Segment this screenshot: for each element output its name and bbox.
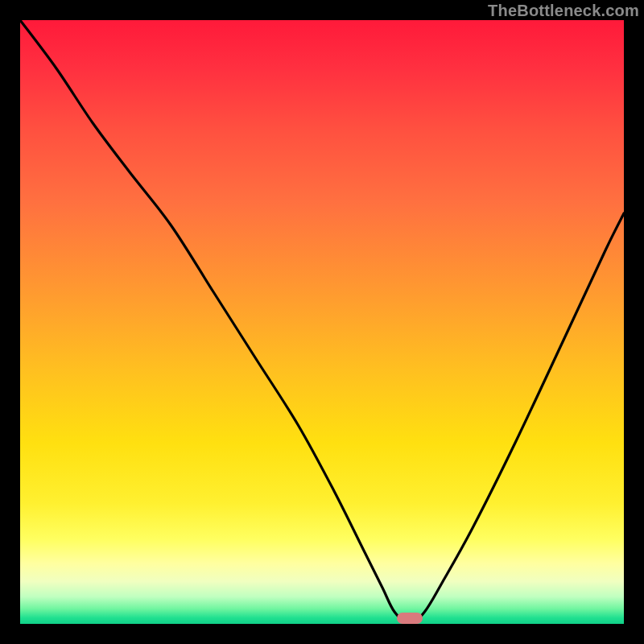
bottleneck-curve [20, 20, 624, 624]
chart-frame: TheBottleneck.com [0, 0, 644, 644]
optimal-marker [397, 613, 423, 624]
watermark-text: TheBottleneck.com [488, 2, 639, 20]
